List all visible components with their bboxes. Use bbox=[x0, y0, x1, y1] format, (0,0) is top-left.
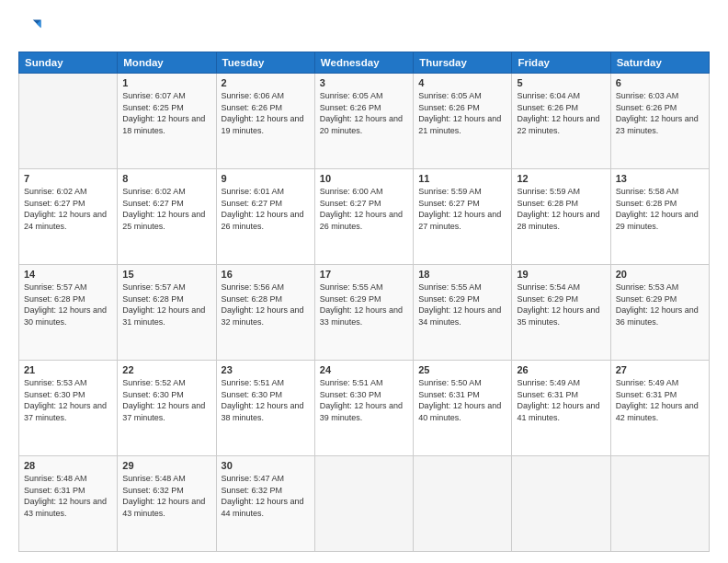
calendar-cell: 17Sunrise: 5:55 AMSunset: 6:29 PMDayligh… bbox=[314, 265, 413, 361]
calendar-cell bbox=[610, 456, 709, 552]
calendar-cell: 28Sunrise: 5:48 AMSunset: 6:31 PMDayligh… bbox=[19, 456, 118, 552]
day-info: Sunrise: 5:59 AMSunset: 6:27 PMDaylight:… bbox=[418, 186, 506, 232]
calendar-cell: 29Sunrise: 5:48 AMSunset: 6:32 PMDayligh… bbox=[118, 456, 216, 552]
day-info: Sunrise: 5:51 AMSunset: 6:30 PMDaylight:… bbox=[222, 377, 310, 423]
day-info: Sunrise: 6:05 AMSunset: 6:26 PMDaylight:… bbox=[320, 90, 408, 136]
col-header-wednesday: Wednesday bbox=[314, 52, 413, 74]
calendar-cell: 18Sunrise: 5:55 AMSunset: 6:29 PMDayligh… bbox=[414, 265, 512, 361]
calendar-header-row: SundayMondayTuesdayWednesdayThursdayFrid… bbox=[19, 52, 710, 74]
day-info: Sunrise: 5:55 AMSunset: 6:29 PMDaylight:… bbox=[418, 282, 506, 327]
calendar-cell: 8Sunrise: 6:02 AMSunset: 6:27 PMDaylight… bbox=[118, 169, 216, 265]
logo bbox=[18, 17, 48, 42]
day-number: 21 bbox=[24, 364, 112, 375]
col-header-monday: Monday bbox=[118, 52, 216, 74]
day-number: 3 bbox=[320, 77, 408, 88]
calendar-cell: 2Sunrise: 6:06 AMSunset: 6:26 PMDaylight… bbox=[216, 74, 314, 169]
calendar-cell: 14Sunrise: 5:57 AMSunset: 6:28 PMDayligh… bbox=[19, 265, 118, 361]
day-number: 19 bbox=[517, 269, 605, 280]
day-info: Sunrise: 5:51 AMSunset: 6:30 PMDaylight:… bbox=[320, 377, 408, 423]
day-info: Sunrise: 5:49 AMSunset: 6:31 PMDaylight:… bbox=[616, 377, 704, 423]
day-info: Sunrise: 6:07 AMSunset: 6:25 PMDaylight:… bbox=[122, 90, 210, 136]
day-info: Sunrise: 5:54 AMSunset: 6:29 PMDaylight:… bbox=[517, 282, 605, 327]
day-info: Sunrise: 5:53 AMSunset: 6:30 PMDaylight:… bbox=[24, 377, 112, 423]
day-info: Sunrise: 5:57 AMSunset: 6:28 PMDaylight:… bbox=[122, 282, 210, 327]
day-number: 28 bbox=[24, 460, 112, 471]
col-header-thursday: Thursday bbox=[414, 52, 512, 74]
calendar-cell: 7Sunrise: 6:02 AMSunset: 6:27 PMDaylight… bbox=[19, 169, 118, 265]
calendar-cell: 27Sunrise: 5:49 AMSunset: 6:31 PMDayligh… bbox=[610, 361, 709, 456]
calendar-cell bbox=[414, 456, 512, 552]
day-number: 25 bbox=[418, 364, 506, 375]
day-number: 11 bbox=[418, 173, 506, 184]
calendar-cell: 24Sunrise: 5:51 AMSunset: 6:30 PMDayligh… bbox=[314, 361, 413, 456]
day-number: 29 bbox=[122, 460, 210, 471]
calendar-week-3: 14Sunrise: 5:57 AMSunset: 6:28 PMDayligh… bbox=[19, 265, 710, 361]
day-info: Sunrise: 5:59 AMSunset: 6:28 PMDaylight:… bbox=[517, 186, 605, 232]
day-number: 17 bbox=[320, 269, 408, 280]
day-number: 10 bbox=[320, 173, 408, 184]
calendar-cell: 5Sunrise: 6:04 AMSunset: 6:26 PMDaylight… bbox=[512, 74, 610, 169]
day-info: Sunrise: 6:01 AMSunset: 6:27 PMDaylight:… bbox=[222, 186, 310, 232]
day-info: Sunrise: 6:00 AMSunset: 6:27 PMDaylight:… bbox=[320, 186, 408, 232]
day-info: Sunrise: 5:49 AMSunset: 6:31 PMDaylight:… bbox=[517, 377, 605, 423]
day-number: 4 bbox=[418, 77, 506, 88]
calendar-cell: 22Sunrise: 5:52 AMSunset: 6:30 PMDayligh… bbox=[118, 361, 216, 456]
calendar-cell: 1Sunrise: 6:07 AMSunset: 6:25 PMDaylight… bbox=[118, 74, 216, 169]
calendar-cell: 6Sunrise: 6:03 AMSunset: 6:26 PMDaylight… bbox=[610, 74, 709, 169]
calendar-body: 1Sunrise: 6:07 AMSunset: 6:25 PMDaylight… bbox=[19, 74, 710, 552]
day-number: 5 bbox=[517, 77, 605, 88]
calendar-cell: 9Sunrise: 6:01 AMSunset: 6:27 PMDaylight… bbox=[216, 169, 314, 265]
day-info: Sunrise: 5:57 AMSunset: 6:28 PMDaylight:… bbox=[24, 282, 112, 327]
calendar-cell: 23Sunrise: 5:51 AMSunset: 6:30 PMDayligh… bbox=[216, 361, 314, 456]
col-header-sunday: Sunday bbox=[19, 52, 118, 74]
day-number: 7 bbox=[24, 173, 112, 184]
calendar-cell: 26Sunrise: 5:49 AMSunset: 6:31 PMDayligh… bbox=[512, 361, 610, 456]
calendar-cell bbox=[512, 456, 610, 552]
calendar-cell: 12Sunrise: 5:59 AMSunset: 6:28 PMDayligh… bbox=[512, 169, 610, 265]
day-info: Sunrise: 6:06 AMSunset: 6:26 PMDaylight:… bbox=[222, 90, 310, 136]
calendar-cell: 30Sunrise: 5:47 AMSunset: 6:32 PMDayligh… bbox=[216, 456, 314, 552]
calendar-week-4: 21Sunrise: 5:53 AMSunset: 6:30 PMDayligh… bbox=[19, 361, 710, 456]
day-number: 26 bbox=[517, 364, 605, 375]
day-number: 14 bbox=[24, 269, 112, 280]
calendar-cell: 10Sunrise: 6:00 AMSunset: 6:27 PMDayligh… bbox=[314, 169, 413, 265]
col-header-tuesday: Tuesday bbox=[216, 52, 314, 74]
day-info: Sunrise: 5:48 AMSunset: 6:32 PMDaylight:… bbox=[122, 473, 210, 519]
calendar-cell bbox=[19, 74, 118, 169]
day-number: 2 bbox=[222, 77, 310, 88]
header bbox=[18, 17, 710, 42]
day-number: 18 bbox=[418, 269, 506, 280]
calendar-cell: 20Sunrise: 5:53 AMSunset: 6:29 PMDayligh… bbox=[610, 265, 709, 361]
calendar-week-5: 28Sunrise: 5:48 AMSunset: 6:31 PMDayligh… bbox=[19, 456, 710, 552]
day-info: Sunrise: 5:52 AMSunset: 6:30 PMDaylight:… bbox=[122, 377, 210, 423]
calendar-page: SundayMondayTuesdayWednesdayThursdayFrid… bbox=[0, 0, 728, 563]
day-info: Sunrise: 5:48 AMSunset: 6:31 PMDaylight:… bbox=[24, 473, 112, 519]
day-info: Sunrise: 5:58 AMSunset: 6:28 PMDaylight:… bbox=[616, 186, 704, 232]
calendar-cell: 25Sunrise: 5:50 AMSunset: 6:31 PMDayligh… bbox=[414, 361, 512, 456]
day-info: Sunrise: 5:56 AMSunset: 6:28 PMDaylight:… bbox=[222, 282, 310, 327]
col-header-friday: Friday bbox=[512, 52, 610, 74]
day-number: 20 bbox=[616, 269, 704, 280]
calendar-cell: 19Sunrise: 5:54 AMSunset: 6:29 PMDayligh… bbox=[512, 265, 610, 361]
calendar-cell: 3Sunrise: 6:05 AMSunset: 6:26 PMDaylight… bbox=[314, 74, 413, 169]
calendar-cell: 21Sunrise: 5:53 AMSunset: 6:30 PMDayligh… bbox=[19, 361, 118, 456]
day-number: 23 bbox=[222, 364, 310, 375]
day-info: Sunrise: 5:55 AMSunset: 6:29 PMDaylight:… bbox=[320, 282, 408, 327]
day-number: 8 bbox=[122, 173, 210, 184]
day-info: Sunrise: 6:05 AMSunset: 6:26 PMDaylight:… bbox=[418, 90, 506, 136]
calendar-week-2: 7Sunrise: 6:02 AMSunset: 6:27 PMDaylight… bbox=[19, 169, 710, 265]
day-number: 22 bbox=[122, 364, 210, 375]
day-number: 27 bbox=[616, 364, 704, 375]
day-info: Sunrise: 5:50 AMSunset: 6:31 PMDaylight:… bbox=[418, 377, 506, 423]
day-info: Sunrise: 6:03 AMSunset: 6:26 PMDaylight:… bbox=[616, 90, 704, 136]
logo-icon bbox=[18, 17, 44, 42]
calendar-cell: 11Sunrise: 5:59 AMSunset: 6:27 PMDayligh… bbox=[414, 169, 512, 265]
calendar-cell bbox=[314, 456, 413, 552]
day-info: Sunrise: 6:02 AMSunset: 6:27 PMDaylight:… bbox=[24, 186, 112, 232]
col-header-saturday: Saturday bbox=[610, 52, 709, 74]
day-number: 30 bbox=[222, 460, 310, 471]
day-info: Sunrise: 6:02 AMSunset: 6:27 PMDaylight:… bbox=[122, 186, 210, 232]
day-number: 16 bbox=[222, 269, 310, 280]
calendar-cell: 13Sunrise: 5:58 AMSunset: 6:28 PMDayligh… bbox=[610, 169, 709, 265]
day-number: 6 bbox=[616, 77, 704, 88]
